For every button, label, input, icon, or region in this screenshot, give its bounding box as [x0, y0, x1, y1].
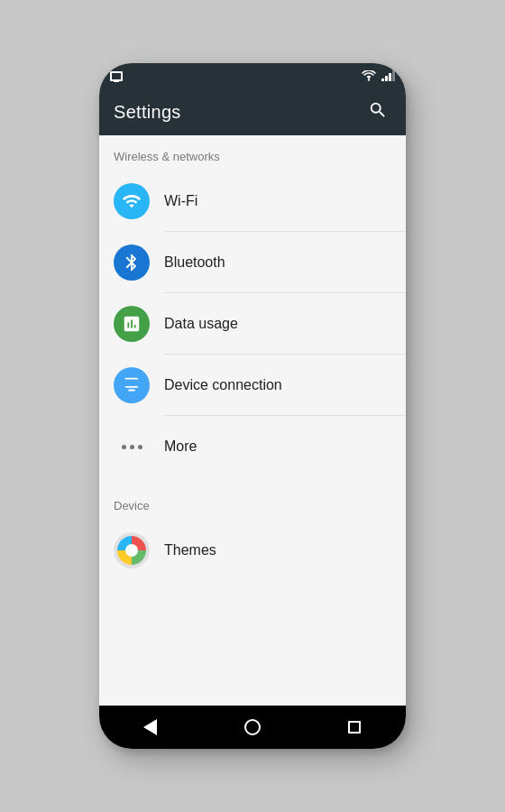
home-icon [244, 719, 261, 735]
themes-icon [114, 532, 150, 568]
app-bar: Settings [99, 88, 406, 135]
home-button[interactable] [234, 709, 271, 745]
device-header: Device [99, 484, 406, 520]
wifi-icon [122, 191, 142, 211]
svg-rect-3 [389, 73, 391, 81]
themes-icon-circle [114, 532, 150, 568]
dot-1 [122, 445, 126, 449]
dot-2 [130, 445, 134, 449]
svg-point-6 [125, 544, 138, 557]
themes-item[interactable]: Themes [99, 520, 406, 581]
data-usage-label: Data usage [164, 316, 238, 332]
themes-label: Themes [164, 542, 216, 558]
app-bar-title: Settings [114, 102, 181, 123]
wireless-header: Wireless & networks [99, 135, 406, 171]
svg-rect-2 [385, 76, 388, 81]
back-icon [143, 719, 157, 735]
status-bar [99, 63, 406, 88]
device-icon-circle [114, 367, 150, 403]
more-label: More [164, 438, 197, 455]
more-dots [122, 445, 142, 449]
wifi-label: Wi-Fi [164, 193, 197, 209]
device-section: Device Themes [99, 484, 406, 581]
device-connection-label: Device connection [164, 377, 282, 393]
wifi-icon-circle [114, 183, 150, 219]
device-connection-icon [122, 375, 142, 395]
bluetooth-icon [122, 253, 142, 272]
svg-point-0 [368, 78, 370, 80]
screen-icon [110, 71, 123, 81]
wifi-status-icon [362, 70, 376, 81]
more-item[interactable]: More [99, 416, 406, 477]
more-icon-circle [114, 429, 150, 465]
phone-shell: Settings Wireless & networks Wi-Fi [99, 63, 406, 749]
svg-rect-1 [381, 78, 384, 81]
data-icon [122, 314, 142, 334]
data-usage-item[interactable]: Data usage [99, 293, 406, 355]
bluetooth-icon-circle [114, 245, 150, 281]
bluetooth-item[interactable]: Bluetooth [99, 232, 406, 293]
bluetooth-label: Bluetooth [164, 254, 225, 271]
nav-bar [99, 706, 406, 749]
settings-content: Wireless & networks Wi-Fi Bluetooth [99, 135, 406, 706]
dot-3 [138, 445, 142, 449]
signal-status-icon [381, 70, 395, 81]
search-button[interactable] [364, 97, 391, 128]
data-icon-circle [114, 306, 150, 342]
status-bar-left [110, 71, 123, 81]
recents-icon [348, 721, 361, 734]
recents-button[interactable] [336, 709, 372, 745]
wifi-item[interactable]: Wi-Fi [99, 171, 406, 232]
back-button[interactable] [133, 709, 169, 745]
status-bar-right [362, 70, 395, 81]
device-connection-item[interactable]: Device connection [99, 355, 406, 416]
svg-rect-4 [392, 70, 395, 81]
wireless-section: Wireless & networks Wi-Fi Bluetooth [99, 135, 406, 477]
